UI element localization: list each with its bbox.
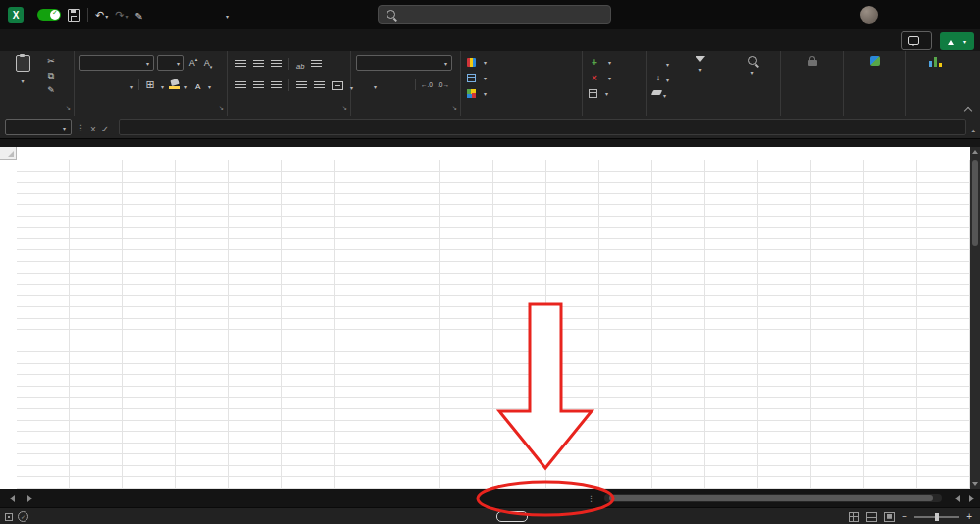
paste-button[interactable] xyxy=(6,55,39,85)
user-avatar[interactable] xyxy=(860,6,878,24)
chevron-down-icon xyxy=(146,58,149,68)
chevron-down-icon xyxy=(605,88,608,98)
horizontal-scroll-thumb[interactable] xyxy=(609,495,933,501)
align-middle-button[interactable] xyxy=(253,60,264,69)
underline-button[interactable] xyxy=(114,78,126,91)
scroll-down-icon[interactable] xyxy=(972,482,978,486)
name-box[interactable] xyxy=(5,119,72,135)
grid-cells[interactable] xyxy=(17,160,970,489)
percent-button[interactable] xyxy=(382,78,393,91)
vertical-scrollbar[interactable] xyxy=(970,147,980,489)
align-center-button[interactable] xyxy=(253,81,264,90)
chevron-down-icon xyxy=(666,69,669,86)
divider xyxy=(415,79,416,90)
cell-styles-button[interactable] xyxy=(461,85,582,101)
clear-button[interactable] xyxy=(652,85,669,100)
normal-view-button[interactable] xyxy=(849,512,859,522)
scroll-up-icon[interactable] xyxy=(972,150,978,154)
save-icon[interactable] xyxy=(68,9,80,22)
decrease-font-button[interactable] xyxy=(202,56,214,70)
cut-button[interactable] xyxy=(45,54,57,68)
page-layout-view-button[interactable] xyxy=(866,512,877,522)
sort-filter-button[interactable] xyxy=(675,56,726,75)
wrap-text-button[interactable] xyxy=(311,60,322,69)
restore-button[interactable] xyxy=(921,0,951,29)
align-bottom-button[interactable] xyxy=(271,60,282,69)
align-top-button[interactable] xyxy=(235,60,246,69)
increase-font-button[interactable] xyxy=(187,56,199,70)
formula-input[interactable] xyxy=(119,119,966,135)
autosave-toggle[interactable] xyxy=(37,9,61,21)
copy-button[interactable] xyxy=(45,69,57,82)
bold-button[interactable] xyxy=(80,78,92,91)
borders-button[interactable] xyxy=(144,78,156,91)
chevron-down-icon xyxy=(125,9,128,21)
redo-button[interactable] xyxy=(115,9,128,22)
format-painter-button[interactable] xyxy=(45,83,57,97)
conditional-formatting-button[interactable] xyxy=(461,54,582,70)
minimize-button[interactable] xyxy=(892,0,921,29)
delete-cells-button[interactable] xyxy=(583,70,646,85)
comments-button[interactable] xyxy=(901,31,932,50)
dialog-launcher-icon[interactable] xyxy=(66,96,71,114)
fill-button[interactable] xyxy=(652,70,669,84)
font-color-button[interactable] xyxy=(192,78,203,91)
quick-access-icon[interactable] xyxy=(134,6,142,24)
formula-bar-split-handle[interactable] xyxy=(77,123,85,132)
find-select-button[interactable] xyxy=(728,56,777,78)
macro-record-icon[interactable] xyxy=(5,513,13,521)
close-button[interactable] xyxy=(951,0,980,29)
dialog-launcher-icon[interactable] xyxy=(342,96,347,114)
currency-button[interactable] xyxy=(357,78,369,91)
decrease-indent-button[interactable] xyxy=(296,81,307,90)
divider xyxy=(288,58,289,70)
dialog-launcher-icon[interactable] xyxy=(452,96,457,114)
font-color-icon xyxy=(195,76,200,93)
autosum-button[interactable] xyxy=(652,54,669,69)
fill-color-button[interactable] xyxy=(169,78,180,91)
insert-cells-button[interactable] xyxy=(583,54,646,70)
page-break-view-button[interactable] xyxy=(884,512,895,522)
sheet-nav-right-icon[interactable] xyxy=(27,495,32,502)
cancel-entry-icon[interactable] xyxy=(90,119,96,136)
font-name-select[interactable] xyxy=(79,55,154,71)
horizontal-scrollbar[interactable] xyxy=(604,494,942,502)
zoom-out-icon[interactable] xyxy=(902,511,907,522)
italic-button[interactable] xyxy=(97,78,109,91)
vertical-scroll-thumb[interactable] xyxy=(972,160,978,246)
confirm-entry-icon[interactable] xyxy=(101,119,109,136)
tab-split-handle[interactable] xyxy=(587,494,595,503)
document-title[interactable] xyxy=(221,0,229,29)
decrease-decimal-button[interactable] xyxy=(438,78,449,91)
confidentiality-button[interactable] xyxy=(784,56,841,69)
search-box[interactable] xyxy=(378,5,611,24)
zoom-in-icon[interactable] xyxy=(966,511,972,522)
undo-button[interactable] xyxy=(95,9,108,22)
zoom-slider[interactable] xyxy=(914,516,959,518)
scroll-left-icon[interactable] xyxy=(955,495,960,502)
collapse-ribbon-button[interactable] xyxy=(964,107,972,112)
increase-indent-button[interactable] xyxy=(314,81,325,90)
formula-bar-expand-icon[interactable] xyxy=(971,119,975,136)
addins-button[interactable] xyxy=(847,56,903,69)
add-sheet-button[interactable] xyxy=(145,492,158,504)
scroll-right-icon[interactable] xyxy=(969,495,974,502)
sheet-nav-left-icon[interactable] xyxy=(10,495,15,502)
increase-decimal-button[interactable] xyxy=(421,78,433,91)
merge-center-button[interactable] xyxy=(332,81,343,90)
format-as-table-button[interactable] xyxy=(461,70,582,85)
zoom-slider-knob[interactable] xyxy=(935,513,939,521)
dialog-launcher-icon[interactable] xyxy=(219,96,224,114)
comment-icon xyxy=(908,36,919,45)
align-right-button[interactable] xyxy=(271,81,282,90)
font-size-select[interactable] xyxy=(157,55,184,71)
thousands-button[interactable] xyxy=(398,78,410,91)
align-left-button[interactable] xyxy=(235,81,246,90)
number-format-select[interactable] xyxy=(356,55,452,71)
select-all-corner[interactable] xyxy=(0,147,17,160)
analyze-data-button[interactable] xyxy=(911,56,960,70)
orientation-button[interactable] xyxy=(296,55,304,73)
share-button[interactable] xyxy=(940,32,974,50)
format-cells-button[interactable] xyxy=(583,85,646,101)
group-addins xyxy=(844,51,906,116)
